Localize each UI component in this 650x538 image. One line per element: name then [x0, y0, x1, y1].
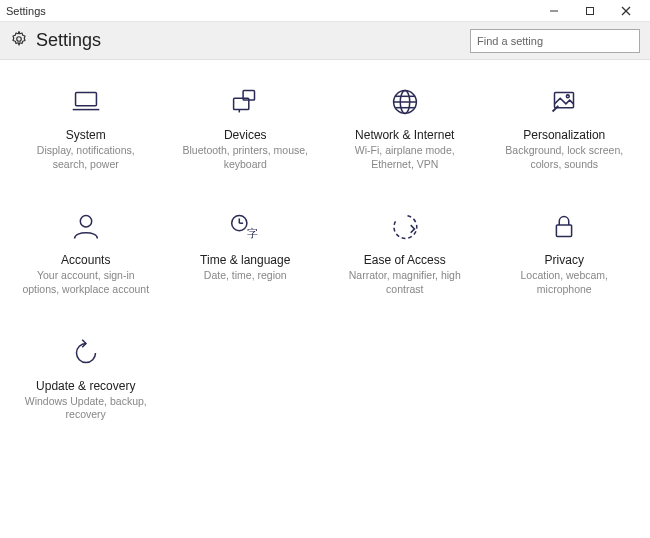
- tile-privacy[interactable]: Privacy Location, webcam, microphone: [489, 203, 641, 300]
- tile-devices[interactable]: Devices Bluetooth, printers, mouse, keyb…: [170, 78, 322, 175]
- content: System Display, notifications, search, p…: [0, 60, 650, 538]
- tile-desc: Background, lock screen, colors, sounds: [499, 144, 629, 171]
- search-input[interactable]: Find a setting: [470, 29, 640, 53]
- globe-icon: [385, 82, 425, 122]
- tile-desc: Location, webcam, microphone: [499, 269, 629, 296]
- settings-grid: System Display, notifications, search, p…: [10, 78, 640, 426]
- window-title: Settings: [6, 5, 536, 17]
- tile-desc: Date, time, region: [204, 269, 287, 283]
- tile-update[interactable]: Update & recovery Windows Update, backup…: [10, 329, 162, 426]
- tile-title: Personalization: [523, 128, 605, 142]
- tile-desc: Your account, sign-in options, workplace…: [21, 269, 151, 296]
- tile-desc: Display, notifications, search, power: [21, 144, 151, 171]
- svg-point-18: [232, 216, 247, 231]
- lock-icon: [544, 207, 584, 247]
- person-icon: [66, 207, 106, 247]
- tile-time[interactable]: 字 Time & language Date, time, region: [170, 203, 322, 300]
- window-controls: [536, 1, 644, 21]
- tile-title: Accounts: [61, 253, 110, 267]
- tile-title: Ease of Access: [364, 253, 446, 267]
- tile-network[interactable]: Network & Internet Wi-Fi, airplane mode,…: [329, 78, 481, 175]
- tile-title: Privacy: [545, 253, 584, 267]
- laptop-icon: [66, 82, 106, 122]
- minimize-button[interactable]: [536, 1, 572, 21]
- search-placeholder: Find a setting: [477, 35, 543, 47]
- header: Settings Find a setting: [0, 22, 650, 60]
- tile-title: Network & Internet: [355, 128, 454, 142]
- tile-accounts[interactable]: Accounts Your account, sign-in options, …: [10, 203, 162, 300]
- ease-of-access-icon: [385, 207, 425, 247]
- svg-rect-1: [587, 7, 594, 14]
- maximize-button[interactable]: [572, 1, 608, 21]
- tile-title: System: [66, 128, 106, 142]
- svg-rect-22: [557, 225, 572, 236]
- paint-icon: [544, 82, 584, 122]
- time-language-icon: 字: [225, 207, 265, 247]
- close-button[interactable]: [608, 1, 644, 21]
- tile-title: Update & recovery: [36, 379, 135, 393]
- tile-desc: Wi-Fi, airplane mode, Ethernet, VPN: [340, 144, 470, 171]
- tile-desc: Windows Update, backup, recovery: [21, 395, 151, 422]
- tile-system[interactable]: System Display, notifications, search, p…: [10, 78, 162, 175]
- update-icon: [66, 333, 106, 373]
- svg-point-17: [80, 216, 91, 227]
- tile-ease[interactable]: Ease of Access Narrator, magnifier, high…: [329, 203, 481, 300]
- tile-title: Devices: [224, 128, 267, 142]
- tile-title: Time & language: [200, 253, 290, 267]
- tile-desc: Narrator, magnifier, high contrast: [340, 269, 470, 296]
- tile-desc: Bluetooth, printers, mouse, keyboard: [180, 144, 310, 171]
- devices-icon: [225, 82, 265, 122]
- titlebar: Settings: [0, 0, 650, 22]
- page-title: Settings: [36, 30, 101, 51]
- svg-rect-5: [75, 93, 96, 106]
- svg-point-4: [17, 36, 22, 41]
- svg-text:字: 字: [247, 227, 258, 239]
- tile-personalization[interactable]: Personalization Background, lock screen,…: [489, 78, 641, 175]
- svg-point-16: [567, 95, 570, 98]
- gear-icon: [10, 30, 28, 52]
